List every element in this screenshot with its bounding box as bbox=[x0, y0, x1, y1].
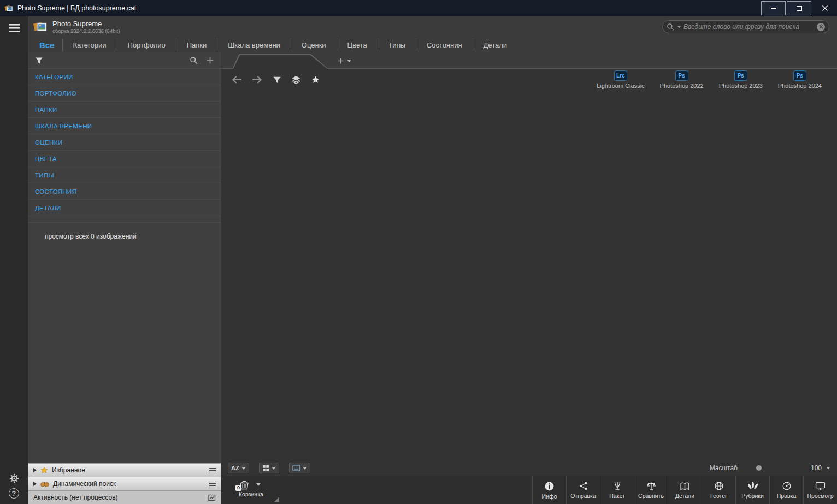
action-geotag[interactable]: Геотег bbox=[702, 476, 735, 504]
action-view[interactable]: Просмотр bbox=[803, 476, 837, 504]
caret-down-icon bbox=[272, 467, 276, 470]
action-label: Инфо bbox=[542, 493, 557, 500]
sort-az-label: AZ bbox=[231, 465, 239, 471]
app-build: сборка 2024.2.2.6636 (64bit) bbox=[52, 28, 120, 34]
launcher-photoshop-2022[interactable]: Ps Photoshop 2022 bbox=[660, 70, 704, 89]
basket-icon-wrap[interactable]: 0 bbox=[239, 479, 250, 490]
catalog-item-categories[interactable]: КАТЕГОРИИ bbox=[28, 69, 221, 85]
tab-list-caret-icon[interactable] bbox=[347, 60, 351, 62]
tab-types[interactable]: Типы bbox=[378, 39, 416, 51]
catalog-toolbar bbox=[28, 52, 221, 69]
caret-down-icon bbox=[241, 467, 246, 470]
action-send[interactable]: Отправка bbox=[566, 476, 600, 504]
catalog-item-folders[interactable]: ПАПКИ bbox=[28, 102, 221, 118]
tab-folders[interactable]: Папки bbox=[176, 39, 218, 51]
back-arrow-icon[interactable] bbox=[231, 75, 242, 84]
clear-x-icon bbox=[819, 25, 823, 29]
photoshop-badge: Ps bbox=[675, 70, 688, 81]
globe-icon bbox=[714, 481, 724, 491]
layers-icon[interactable] bbox=[291, 75, 301, 84]
view-all-images-link[interactable]: просмотр всех 0 изображений bbox=[28, 223, 221, 240]
launcher-photoshop-2024[interactable]: Ps Photoshop 2024 bbox=[778, 70, 822, 89]
close-button[interactable] bbox=[812, 1, 837, 15]
basket-dropdown-caret-icon[interactable] bbox=[256, 483, 261, 486]
favorites-panel-header[interactable]: Избранное bbox=[28, 463, 221, 477]
minimize-button[interactable] bbox=[761, 1, 786, 15]
catalog-item-colors[interactable]: ЦВЕТА bbox=[28, 151, 221, 167]
tab-ratings[interactable]: Оценки bbox=[291, 39, 337, 51]
tab-all[interactable]: Все bbox=[35, 39, 63, 51]
catalog-item-states[interactable]: СОСТОЯНИЯ bbox=[28, 183, 221, 200]
catalog-item-types[interactable]: ТИПЫ bbox=[28, 167, 221, 183]
view-mode-button[interactable] bbox=[259, 463, 279, 473]
hamburger-menu-icon[interactable] bbox=[8, 23, 20, 33]
activity-log-icon[interactable] bbox=[208, 494, 216, 501]
panel-menu-icon[interactable] bbox=[209, 482, 216, 487]
search-input[interactable] bbox=[683, 23, 815, 31]
catalog-item-timeline[interactable]: ШКАЛА ВРЕМЕНИ bbox=[28, 118, 221, 134]
forward-arrow-icon[interactable] bbox=[252, 75, 263, 84]
launcher-lightroom-classic[interactable]: Lrc Lightroom Classic bbox=[597, 70, 644, 89]
thumbnail-info-button[interactable] bbox=[289, 463, 310, 473]
zoom-label: Масштаб bbox=[710, 464, 738, 472]
star-icon[interactable] bbox=[311, 75, 320, 84]
zoom-caret-icon[interactable] bbox=[827, 467, 830, 469]
activity-bar[interactable]: Активность (нет процессов) bbox=[28, 490, 221, 504]
maximize-button[interactable] bbox=[787, 1, 811, 15]
basket-section[interactable]: 0 Корзинка bbox=[221, 476, 287, 504]
search-icon[interactable] bbox=[667, 23, 675, 31]
photoshop-badge: Ps bbox=[734, 70, 747, 81]
app-header: Photo Supreme сборка 2024.2.2.6636 (64bi… bbox=[28, 16, 837, 37]
activity-label: Активность (нет процессов) bbox=[33, 494, 204, 501]
help-icon[interactable]: ? bbox=[9, 488, 19, 499]
panel-menu-icon[interactable] bbox=[209, 468, 216, 473]
filter-funnel-icon[interactable] bbox=[273, 76, 281, 84]
action-details[interactable]: Детали bbox=[668, 476, 702, 504]
search-scope-caret-icon[interactable] bbox=[677, 26, 681, 28]
tab-categories[interactable]: Категории bbox=[63, 39, 117, 51]
collection-tabstrip bbox=[221, 52, 837, 69]
share-icon bbox=[579, 481, 588, 491]
sort-order-button[interactable]: AZ bbox=[228, 463, 249, 473]
action-label: Сравнить bbox=[638, 493, 664, 499]
tab-portfolio[interactable]: Портфолио bbox=[117, 39, 176, 51]
catalog-item-details[interactable]: ДЕТАЛИ bbox=[28, 200, 221, 216]
search-clear-button[interactable] bbox=[817, 23, 825, 31]
resize-grip[interactable] bbox=[274, 497, 279, 502]
action-label: Просмотр bbox=[807, 493, 834, 499]
info-icon bbox=[544, 481, 555, 491]
filter-funnel-icon[interactable] bbox=[35, 57, 43, 64]
catalog-item-portfolio[interactable]: ПОРТФОЛИО bbox=[28, 85, 221, 102]
titlebar[interactable]: Photo Supreme | БД photosupreme.cat bbox=[0, 0, 837, 16]
app-logo-icon bbox=[33, 20, 48, 33]
zoom-control: Масштаб 100 bbox=[710, 464, 830, 472]
search-list-icon[interactable] bbox=[190, 56, 198, 65]
add-plus-icon[interactable] bbox=[206, 56, 214, 64]
action-edit[interactable]: Правка bbox=[769, 476, 803, 504]
tab-states[interactable]: Состояния bbox=[416, 39, 473, 51]
search-box[interactable] bbox=[662, 20, 829, 33]
new-tab-plus-icon[interactable] bbox=[337, 57, 344, 64]
browser-toolbar: Lrc Lightroom Classic Ps Photoshop 2022 … bbox=[221, 69, 837, 91]
action-compare[interactable]: Сравнить bbox=[634, 476, 668, 504]
tab-timeline[interactable]: Шкала времени bbox=[217, 39, 291, 51]
launcher-photoshop-2023[interactable]: Ps Photoshop 2023 bbox=[719, 70, 763, 89]
dynamic-search-panel-header[interactable]: Динамический поиск bbox=[28, 477, 221, 490]
expand-triangle-icon bbox=[33, 468, 37, 472]
action-info[interactable]: Инфо bbox=[532, 476, 566, 504]
catalog-item-ratings[interactable]: ОЦЕНКИ bbox=[28, 134, 221, 151]
window-controls bbox=[761, 0, 837, 16]
batch-icon bbox=[612, 481, 622, 491]
tab-colors[interactable]: Цвета bbox=[337, 39, 378, 51]
zoom-slider-knob[interactable] bbox=[756, 465, 762, 471]
gear-icon[interactable] bbox=[9, 473, 20, 484]
nav-tabrow: Все Категории Портфолио Папки Шкала врем… bbox=[28, 37, 837, 52]
help-glyph: ? bbox=[12, 490, 16, 497]
action-rubrics[interactable]: Рубрики bbox=[735, 476, 769, 504]
caret-down-icon bbox=[303, 467, 307, 470]
collection-tab-active[interactable] bbox=[232, 54, 328, 69]
launcher-label: Lightroom Classic bbox=[597, 82, 644, 89]
action-batch[interactable]: Пакет bbox=[600, 476, 634, 504]
bottom-action-bar: 0 Корзинка bbox=[221, 476, 837, 504]
tab-details[interactable]: Детали bbox=[473, 39, 518, 51]
